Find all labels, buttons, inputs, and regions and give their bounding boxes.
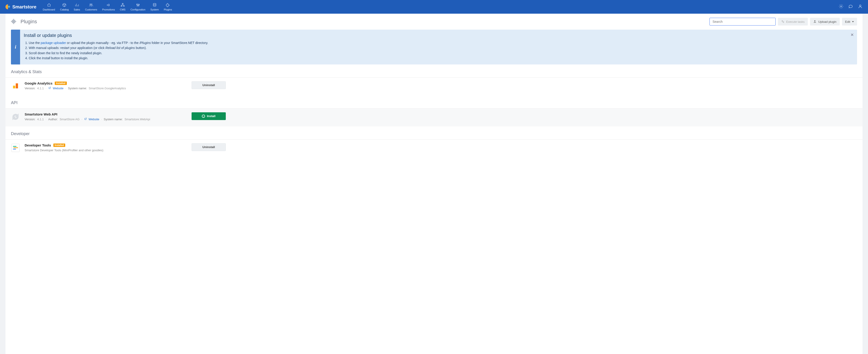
svg-point-1 (91, 4, 92, 5)
nav-dashboard[interactable]: Dashboard (41, 1, 57, 12)
alert-step: With manual uploads: restart your applic… (29, 45, 848, 50)
nav-label: Plugins (164, 8, 172, 11)
home-icon (47, 3, 51, 7)
system-name-value: SmartStore.GoogleAnalytics (89, 86, 126, 90)
svg-rect-3 (121, 6, 122, 6)
chevron-down-icon (852, 21, 854, 22)
page-content: Plugins Execute tasks Upload plugin Edit (5, 14, 863, 354)
plugin-description: Smartstore Developer Tools (MiniProfiler… (25, 148, 184, 152)
nav-configuration[interactable]: Configuration (129, 1, 147, 12)
box-icon (62, 3, 66, 7)
page-header: Plugins Execute tasks Upload plugin Edit (5, 14, 863, 30)
installed-badge: Installed (55, 81, 67, 85)
system-name-label: System name: (104, 117, 123, 121)
main-nav: Dashboard Catalog Sales Customers Promot… (41, 1, 174, 12)
system-name-value: Smartstore.WebApi (125, 117, 150, 121)
section-title-api: API (5, 96, 863, 108)
nav-right (839, 4, 863, 10)
sliders-icon (136, 3, 140, 7)
nav-catalog[interactable]: Catalog (58, 1, 70, 12)
svg-point-9 (841, 6, 842, 7)
megaphone-icon (106, 3, 111, 7)
nav-label: System (151, 8, 159, 11)
author-label: Author: (48, 117, 58, 121)
website-link[interactable]: Website (53, 86, 64, 90)
alert-title: Install or update plugins (24, 33, 848, 38)
plugin-row-webapi: Smartstore Web API Version: 4.1.1 · Auth… (5, 108, 863, 127)
svg-point-5 (136, 4, 137, 5)
nav-label: Promotions (102, 8, 115, 11)
svg-point-6 (137, 5, 138, 6)
button-label: Edit (845, 20, 850, 24)
search-input[interactable] (710, 18, 776, 26)
svg-rect-2 (122, 3, 123, 4)
button-label: Upload plugin (818, 20, 837, 24)
gears-icon (781, 20, 784, 24)
brand-logo-icon (5, 4, 10, 9)
users-icon (89, 3, 93, 7)
plugin-name: Google Analytics (25, 81, 53, 85)
section-title-developer: Developer (5, 127, 863, 139)
nav-cms[interactable]: CMS (118, 1, 127, 12)
alert-step: Scroll down the list to find the newly i… (29, 50, 848, 56)
installed-badge: Installed (53, 143, 65, 147)
svg-point-7 (139, 4, 140, 5)
external-link-icon (84, 117, 87, 121)
install-button[interactable]: ↓ Install (192, 112, 226, 120)
button-label: Execute tasks (786, 20, 805, 24)
website-link[interactable]: Website (89, 117, 99, 121)
svg-rect-4 (123, 6, 125, 6)
uninstall-button[interactable]: Uninstall (192, 81, 226, 89)
nav-label: Sales (74, 8, 80, 11)
nav-system[interactable]: System (149, 1, 161, 12)
version-label: Version: (25, 117, 35, 121)
svg-point-12 (783, 22, 784, 23)
alert-steps: Use the package uploader or upload the p… (24, 40, 848, 61)
chat-icon[interactable] (848, 4, 853, 10)
refresh-icon (11, 112, 20, 121)
nav-label: CMS (120, 8, 125, 11)
version-label: Version: (25, 86, 35, 90)
brand[interactable]: Smartstore (5, 4, 36, 9)
edit-button[interactable]: Edit (842, 18, 857, 26)
puzzle-icon (166, 3, 170, 7)
plugin-name: Smartstore Web API (25, 112, 57, 116)
info-icon: i (11, 30, 20, 65)
external-link-icon (48, 86, 51, 90)
button-label: Install (207, 114, 216, 118)
plugin-name: Developer Tools (25, 143, 51, 147)
package-uploader-link[interactable]: package uploader (40, 41, 66, 45)
google-analytics-icon (11, 81, 20, 91)
upload-plugin-button[interactable]: Upload plugin (810, 18, 840, 26)
svg-point-11 (782, 21, 783, 22)
sitemap-icon (121, 3, 125, 7)
nav-sales[interactable]: Sales (72, 1, 82, 12)
svg-point-8 (153, 3, 156, 5)
uninstall-button[interactable]: Uninstall (192, 143, 226, 151)
alert-step: Use the package uploader or upload the p… (29, 40, 848, 45)
nav-customers[interactable]: Customers (83, 1, 99, 12)
nav-label: Catalog (60, 8, 69, 11)
version-value: 4.1.1 (37, 86, 44, 90)
nav-label: Dashboard (43, 8, 55, 11)
gear-icon[interactable] (839, 4, 843, 10)
svg-point-10 (860, 5, 861, 6)
nav-label: Customers (85, 8, 97, 11)
nav-label: Configuration (130, 8, 145, 11)
plugin-row-devtools: Developer Tools Installed Smartstore Dev… (5, 139, 863, 158)
nav-plugins[interactable]: Plugins (162, 1, 174, 12)
download-icon: ↓ (202, 115, 205, 118)
puzzle-icon (11, 18, 17, 25)
close-icon[interactable]: ✕ (850, 32, 854, 37)
section-title-analytics: Analytics & Stats (5, 65, 863, 77)
alert-step: Click the Install button to install the … (29, 56, 848, 61)
page-title: Plugins (21, 19, 37, 25)
execute-tasks-button[interactable]: Execute tasks (778, 18, 808, 26)
top-nav: Smartstore Dashboard Catalog Sales Custo… (0, 0, 868, 14)
chart-icon (75, 3, 79, 7)
svg-point-0 (90, 4, 91, 5)
version-value: 4.1.1 (37, 117, 44, 121)
user-icon[interactable] (858, 4, 863, 10)
author-value: SmartStore AG (60, 117, 80, 121)
nav-promotions[interactable]: Promotions (100, 1, 117, 12)
